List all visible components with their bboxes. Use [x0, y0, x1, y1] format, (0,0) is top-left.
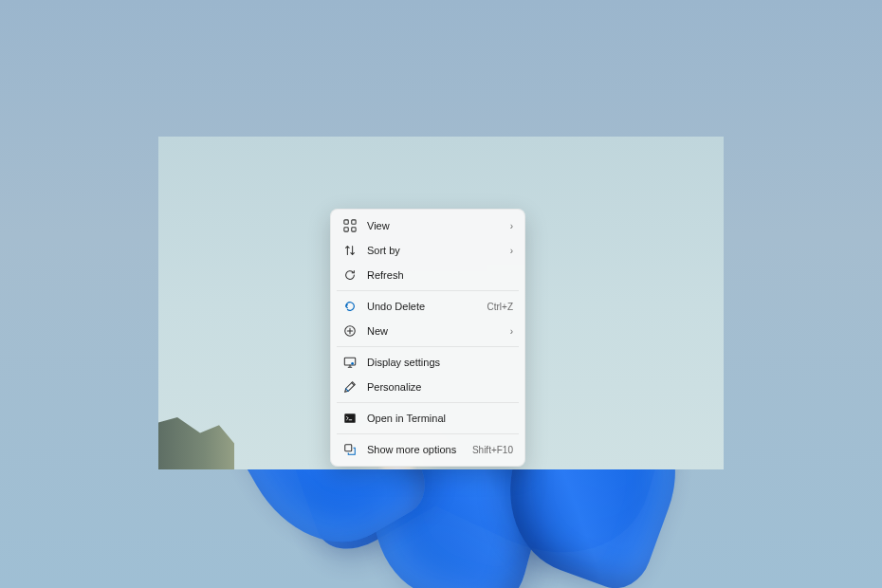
menu-separator: [337, 346, 519, 347]
grid-icon: [342, 218, 358, 233]
menu-label: Open in Terminal: [367, 413, 513, 424]
menu-item-new[interactable]: New ›: [335, 319, 521, 343]
menu-shortcut: Ctrl+Z: [487, 302, 514, 312]
svg-rect-2: [344, 228, 348, 231]
chevron-right-icon: ›: [510, 221, 513, 231]
menu-item-sort-by[interactable]: Sort by ›: [335, 238, 521, 263]
menu-item-display-settings[interactable]: Display settings: [335, 350, 521, 375]
menu-separator: [337, 433, 519, 434]
display-icon: [342, 355, 358, 370]
menu-label: New: [367, 325, 506, 337]
menu-item-personalize[interactable]: Personalize: [335, 375, 521, 399]
svg-rect-1: [352, 220, 356, 224]
menu-item-undo-delete[interactable]: Undo Delete Ctrl+Z: [335, 294, 521, 319]
svg-rect-3: [352, 228, 356, 231]
menu-item-view[interactable]: View ›: [335, 213, 521, 238]
svg-rect-8: [345, 445, 352, 451]
terminal-icon: [342, 411, 358, 426]
menu-separator: [337, 290, 519, 291]
menu-label: Sort by: [367, 245, 506, 256]
personalize-icon: [342, 379, 358, 395]
menu-label: Personalize: [367, 381, 513, 393]
svg-rect-5: [344, 358, 355, 365]
wallpaper-mountain: [158, 417, 234, 469]
svg-point-6: [351, 362, 354, 365]
menu-label: Refresh: [367, 269, 513, 281]
chevron-right-icon: ›: [510, 246, 513, 256]
svg-rect-0: [344, 220, 348, 224]
chevron-right-icon: ›: [510, 326, 513, 337]
menu-label: Show more options: [367, 444, 472, 455]
new-icon: [342, 323, 358, 339]
desktop-context-menu: View › Sort by › Refresh Undo Delete Ctr…: [330, 209, 525, 467]
menu-label: Undo Delete: [367, 301, 487, 312]
menu-item-refresh[interactable]: Refresh: [335, 263, 521, 287]
menu-label: Display settings: [367, 357, 513, 368]
menu-item-open-terminal[interactable]: Open in Terminal: [335, 406, 521, 431]
menu-shortcut: Shift+F10: [472, 445, 513, 455]
refresh-icon: [342, 267, 358, 283]
menu-label: View: [367, 220, 506, 231]
sort-icon: [342, 243, 358, 258]
menu-separator: [337, 402, 519, 403]
more-options-icon: [342, 442, 358, 457]
undo-icon: [342, 299, 358, 314]
svg-rect-7: [344, 413, 355, 423]
menu-item-show-more-options[interactable]: Show more options Shift+F10: [335, 437, 521, 462]
